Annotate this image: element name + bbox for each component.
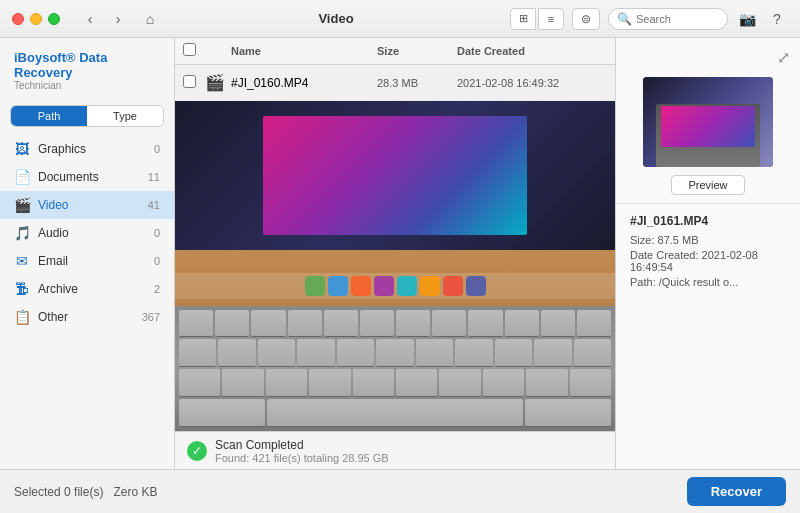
keyboard-rows	[175, 306, 615, 431]
sidebar-header: iBoysoft® Data Recovery Technician	[0, 38, 174, 97]
back-button[interactable]: ‹	[78, 7, 102, 31]
camera-icon-button[interactable]: 📷	[736, 8, 758, 30]
panel-action-icon[interactable]: ⤢	[777, 48, 790, 67]
sidebar-count-video: 41	[148, 199, 160, 211]
sidebar-item-audio[interactable]: 🎵 Audio 0	[0, 219, 174, 247]
sidebar-item-graphics[interactable]: 🖼 Graphics 0	[0, 135, 174, 163]
bottom-bar: Selected 0 file(s) Zero KB Recover	[0, 469, 800, 513]
content-area: Name Size Date Created 🎬 #JI_0160.MP4 28…	[175, 38, 615, 469]
preview-button[interactable]: Preview	[671, 175, 744, 195]
main-layout: iBoysoft® Data Recovery Technician Path …	[0, 38, 800, 469]
audio-icon: 🎵	[14, 225, 30, 241]
documents-icon: 📄	[14, 169, 30, 185]
select-all-checkbox[interactable]	[183, 43, 196, 56]
close-button[interactable]	[12, 13, 24, 25]
dock-icon	[466, 276, 486, 296]
col-size-header: Size	[377, 45, 457, 57]
app-name: iBoysoft® Data Recovery	[14, 50, 160, 80]
key-row	[179, 339, 611, 367]
recover-button[interactable]: Recover	[687, 477, 786, 506]
thumbnail-visual	[643, 77, 773, 167]
scan-status-text: Scan Completed Found: 421 file(s) totali…	[215, 438, 389, 464]
selected-info-text: Selected 0 file(s) Zero KB	[14, 485, 157, 499]
file-name-1: #JI_0160.MP4	[227, 76, 377, 90]
selected-files-count: Selected 0 file(s)	[14, 485, 103, 499]
sidebar-count-other: 367	[142, 311, 160, 323]
sidebar-count-archive: 2	[154, 283, 160, 295]
preview-thumbnail	[643, 77, 773, 167]
search-box: 🔍	[608, 8, 728, 30]
sidebar-item-other[interactable]: 📋 Other 367	[0, 303, 174, 331]
toolbar-icons: ⊞ ≡ ⊜ 🔍 📷 ?	[510, 8, 788, 30]
file-date-1: 2021-02-08 16:49:32	[457, 77, 607, 89]
view-toggle: ⊞ ≡	[510, 8, 564, 30]
sidebar-item-archive[interactable]: 🗜 Archive 2	[0, 275, 174, 303]
sidebar-items: 🖼 Graphics 0 📄 Documents 11 🎬 Video 41 🎵…	[0, 135, 174, 469]
scan-detail-text: Found: 421 file(s) totaling 28.95 GB	[215, 452, 389, 464]
thumb-screen	[661, 106, 755, 147]
laptop-visual	[175, 101, 615, 431]
search-input[interactable]	[636, 13, 726, 25]
graphics-icon: 🖼	[14, 141, 30, 157]
key-row	[179, 399, 611, 427]
dock-icon	[420, 276, 440, 296]
email-icon: ✉	[14, 253, 30, 269]
laptop-screen	[175, 101, 615, 250]
sidebar-label-audio: Audio	[38, 226, 146, 240]
screen-content	[263, 116, 527, 235]
file-checkbox-1[interactable]	[183, 75, 196, 88]
forward-button[interactable]: ›	[106, 7, 130, 31]
list-view-button[interactable]: ≡	[538, 8, 564, 30]
video-file-icon: 🎬	[203, 73, 227, 92]
key-row	[179, 310, 611, 338]
dock-icon	[443, 276, 463, 296]
scan-status-bar: ✓ Scan Completed Found: 421 file(s) tota…	[175, 431, 615, 469]
right-panel: ⤢ Preview #JI_0161.MP4 Size: 87.5 MB Dat…	[615, 38, 800, 469]
sidebar-label-email: Email	[38, 254, 146, 268]
key-row	[179, 369, 611, 397]
selected-size-value: Zero KB	[113, 485, 157, 499]
grid-view-button[interactable]: ⊞	[510, 8, 536, 30]
sidebar-label-archive: Archive	[38, 282, 146, 296]
search-icon: 🔍	[617, 12, 632, 26]
sidebar-count-audio: 0	[154, 227, 160, 239]
app-subtitle: Technician	[14, 80, 160, 91]
sidebar-tabs: Path Type	[10, 105, 164, 127]
table-row[interactable]: 🎬 #JI_0160.MP4 28.3 MB 2021-02-08 16:49:…	[175, 65, 615, 101]
info-size-row: Size: 87.5 MB	[630, 234, 786, 246]
titlebar: ‹ › ⌂ Video ⊞ ≡ ⊜ 🔍 📷 ?	[0, 0, 800, 38]
file-list: 🎬 #JI_0160.MP4 28.3 MB 2021-02-08 16:49:…	[175, 65, 615, 469]
sidebar-label-video: Video	[38, 198, 140, 212]
keyboard-area	[175, 306, 615, 431]
sidebar-item-video[interactable]: 🎬 Video 41	[0, 191, 174, 219]
sidebar-label-graphics: Graphics	[38, 142, 146, 156]
dock-icon	[328, 276, 348, 296]
sidebar-count-email: 0	[154, 255, 160, 267]
filter-button[interactable]: ⊜	[572, 8, 600, 30]
sidebar-count-graphics: 0	[154, 143, 160, 155]
help-button[interactable]: ?	[766, 8, 788, 30]
info-file-name: #JI_0161.MP4	[630, 214, 786, 228]
col-name-header: Name	[227, 45, 377, 57]
tab-path[interactable]: Path	[11, 106, 87, 126]
col-date-header: Date Created	[457, 45, 607, 57]
scan-complete-icon: ✓	[187, 441, 207, 461]
home-button[interactable]: ⌂	[138, 7, 162, 31]
archive-icon: 🗜	[14, 281, 30, 297]
sidebar-item-documents[interactable]: 📄 Documents 11	[0, 163, 174, 191]
dock-icon	[397, 276, 417, 296]
nav-buttons: ‹ ›	[78, 7, 130, 31]
dock-icon	[305, 276, 325, 296]
maximize-button[interactable]	[48, 13, 60, 25]
header-checkbox-col	[183, 42, 203, 60]
sidebar-item-email[interactable]: ✉ Email 0	[0, 247, 174, 275]
video-preview-frame	[175, 101, 615, 431]
minimize-button[interactable]	[30, 13, 42, 25]
traffic-lights	[12, 13, 60, 25]
thumb-laptop	[656, 104, 760, 167]
video-icon: 🎬	[14, 197, 30, 213]
file-size-1: 28.3 MB	[377, 77, 457, 89]
dock-icon	[351, 276, 371, 296]
tab-type[interactable]: Type	[87, 106, 163, 126]
sidebar-count-documents: 11	[148, 171, 160, 183]
